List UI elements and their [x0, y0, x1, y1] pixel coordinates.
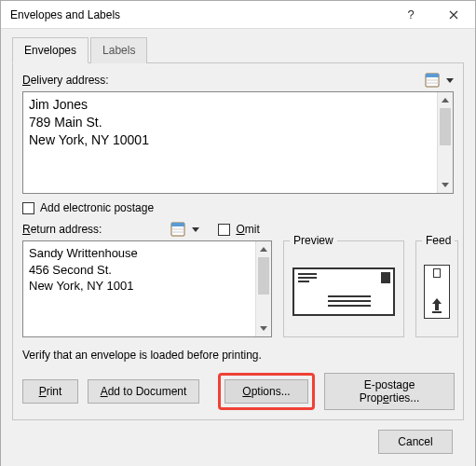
add-to-document-button[interactable]: Add to Document: [88, 379, 199, 404]
title-bar: Envelopes and Labels ?: [1, 1, 475, 29]
scroll-thumb[interactable]: [258, 257, 269, 295]
return-scrollbar[interactable]: [255, 241, 271, 336]
envelopes-labels-dialog: Envelopes and Labels ? Envelopes Labels …: [0, 0, 476, 466]
omit-checkbox[interactable]: [218, 224, 230, 236]
close-button[interactable]: [432, 1, 475, 29]
return-address-label: Return address:: [22, 223, 102, 236]
svg-rect-4: [432, 311, 442, 313]
chevron-up-icon: [442, 98, 449, 103]
electronic-postage-checkbox[interactable]: [22, 202, 34, 214]
electronic-postage-row: Add electronic postage: [22, 201, 454, 214]
scroll-down-button[interactable]: [438, 177, 453, 193]
mid-area: Sandy Writtenhouse 456 Second St. New Yo…: [22, 240, 454, 337]
delivery-label-row: Delivery address:: [22, 73, 454, 88]
chevron-up-icon: [260, 247, 267, 252]
omit-label: Omit: [236, 223, 259, 236]
help-button[interactable]: ?: [389, 1, 432, 29]
print-button[interactable]: Print: [22, 379, 78, 404]
address-book-icon: [170, 222, 187, 237]
close-icon: [449, 10, 458, 20]
scroll-track[interactable]: [438, 108, 453, 177]
verify-text: Verify that an envelope is loaded before…: [22, 349, 454, 362]
svg-rect-1: [426, 74, 439, 77]
address-book-icon: [425, 73, 442, 88]
envelopes-panel: Delivery address: Jim Jones 789 Main St.…: [12, 62, 464, 420]
feed-label: Feed: [422, 234, 455, 247]
svg-rect-3: [171, 223, 184, 226]
scroll-track[interactable]: [256, 257, 271, 321]
dialog-footer: Cancel: [12, 420, 464, 458]
dialog-content: Envelopes Labels Delivery address: Jim J…: [1, 29, 475, 466]
cancel-button[interactable]: Cancel: [378, 430, 453, 454]
delivery-address-field[interactable]: Jim Jones 789 Main St. New York, NY 1000…: [22, 91, 454, 194]
options-highlight: Options...: [218, 373, 315, 410]
delivery-address-label: Delivery address:: [22, 74, 109, 87]
chevron-down-icon: [442, 183, 449, 187]
delivery-scrollbar[interactable]: [437, 92, 453, 193]
tab-envelopes[interactable]: Envelopes: [12, 37, 88, 63]
window-title: Envelopes and Labels: [10, 8, 389, 21]
scroll-down-button[interactable]: [256, 321, 271, 336]
feed-orientation-icon: [424, 265, 450, 319]
tab-strip: Envelopes Labels: [12, 36, 464, 62]
return-label-row: Return address: Omit: [22, 222, 454, 237]
preview-label: Preview: [290, 234, 337, 247]
chevron-down-icon: [192, 227, 199, 232]
delivery-address-text[interactable]: Jim Jones 789 Main St. New York, NY 1000…: [23, 92, 437, 193]
chevron-down-icon: [446, 78, 454, 83]
scroll-thumb[interactable]: [440, 108, 451, 145]
return-address-text[interactable]: Sandy Writtenhouse 456 Second St. New Yo…: [23, 241, 255, 336]
envelope-preview-icon: [292, 267, 395, 316]
scroll-up-button[interactable]: [256, 241, 271, 257]
address-book-button[interactable]: [425, 73, 454, 88]
feed-group[interactable]: Feed: [415, 240, 458, 337]
options-button[interactable]: Options...: [224, 379, 308, 404]
action-buttons: Print Add to Document Options... E-posta…: [22, 373, 454, 410]
epostage-properties-button[interactable]: E-postage Properties...: [324, 373, 455, 410]
chevron-down-icon: [260, 326, 267, 331]
return-address-book-button[interactable]: [170, 222, 199, 237]
electronic-postage-label: Add electronic postage: [40, 201, 154, 214]
preview-group[interactable]: Preview: [283, 240, 404, 337]
scroll-up-button[interactable]: [438, 92, 453, 108]
return-address-field[interactable]: Sandy Writtenhouse 456 Second St. New Yo…: [22, 240, 272, 337]
tab-labels[interactable]: Labels: [90, 37, 147, 63]
